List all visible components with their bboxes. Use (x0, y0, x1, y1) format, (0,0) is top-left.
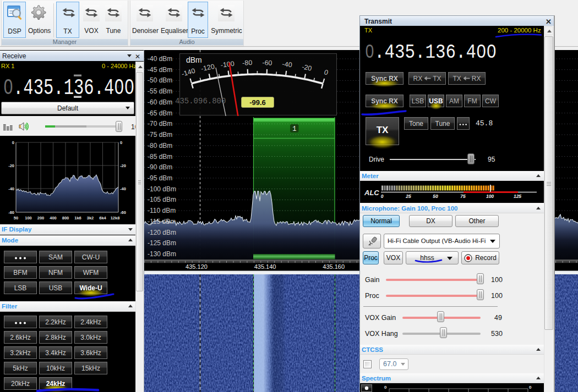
svg-text:400: 400 (50, 216, 57, 220)
svg-text:-40: -40 (120, 186, 126, 191)
svg-text:-60 dBm: -60 dBm (148, 98, 172, 106)
svg-text:200: 200 (37, 216, 45, 220)
svg-text:.435.136.400: .435.136.400 (374, 41, 497, 64)
svg-text:-20: -20 (301, 63, 313, 72)
svg-text:-110 dBm: -110 dBm (148, 207, 176, 214)
svg-text:0: 0 (120, 140, 122, 145)
svg-text:0: 0 (381, 194, 384, 199)
svg-text:-90 dBm: -90 dBm (148, 163, 172, 171)
svg-text:0: 0 (323, 68, 329, 76)
svg-text:-40: -40 (282, 60, 293, 69)
svg-text:-85 dBm: -85 dBm (148, 153, 172, 161)
svg-text:0: 0 (12, 140, 14, 145)
svg-text:100: 100 (486, 194, 494, 199)
svg-text:100: 100 (25, 216, 32, 220)
svg-text:-105 dBm: -105 dBm (148, 196, 176, 203)
svg-text:-65 dBm: -65 dBm (148, 109, 172, 117)
svg-text:-50 dBm: -50 dBm (148, 76, 172, 84)
svg-text:-40: -40 (8, 186, 14, 191)
svg-text:-60: -60 (262, 59, 272, 67)
svg-text:-60: -60 (8, 210, 14, 215)
svg-text:-140: -140 (181, 67, 196, 78)
svg-text:0: 0 (529, 385, 532, 390)
svg-text:75: 75 (460, 194, 466, 199)
svg-text:125: 125 (514, 194, 521, 199)
svg-text:-125 dBm: -125 dBm (148, 239, 176, 247)
svg-text:-120: -120 (200, 63, 215, 73)
svg-text:-55 dBm: -55 dBm (148, 87, 172, 95)
svg-text:435.140: 435.140 (254, 263, 276, 270)
svg-text:435.160: 435.160 (323, 263, 345, 270)
svg-text:-20: -20 (8, 163, 14, 168)
svg-text:800: 800 (62, 216, 69, 220)
svg-text:-40 dBm: -40 dBm (148, 55, 172, 63)
svg-text:.435.136.400: .435.136.400 (13, 76, 134, 101)
svg-text:12k8: 12k8 (111, 216, 120, 220)
svg-text:-120 dBm: -120 dBm (148, 229, 176, 236)
svg-text:-80 dBm: -80 dBm (148, 142, 172, 150)
svg-text:-95 dBm: -95 dBm (148, 174, 172, 182)
svg-text:3k2: 3k2 (87, 216, 94, 220)
svg-text:-115 dBm: -115 dBm (148, 218, 176, 225)
svg-text:-100 dBm: -100 dBm (148, 185, 176, 193)
svg-text:-60: -60 (120, 210, 126, 215)
svg-text:6k4: 6k4 (99, 216, 106, 220)
svg-text:-130 dBm: -130 dBm (148, 250, 176, 258)
svg-text:-20: -20 (120, 163, 126, 168)
svg-text:1k6: 1k6 (74, 216, 81, 220)
svg-text:-75 dBm: -75 dBm (148, 131, 172, 139)
svg-text:-45 dBm: -45 dBm (148, 66, 172, 74)
svg-text:25: 25 (405, 194, 411, 199)
svg-text:0: 0 (384, 385, 387, 390)
svg-text:-70 dBm: -70 dBm (148, 120, 172, 128)
svg-text:-100: -100 (220, 60, 235, 69)
svg-text:435.120: 435.120 (186, 263, 208, 270)
svg-text:50: 50 (14, 216, 18, 220)
svg-text:1: 1 (292, 125, 296, 133)
svg-text:50: 50 (433, 194, 438, 199)
svg-text:-80: -80 (242, 59, 253, 67)
